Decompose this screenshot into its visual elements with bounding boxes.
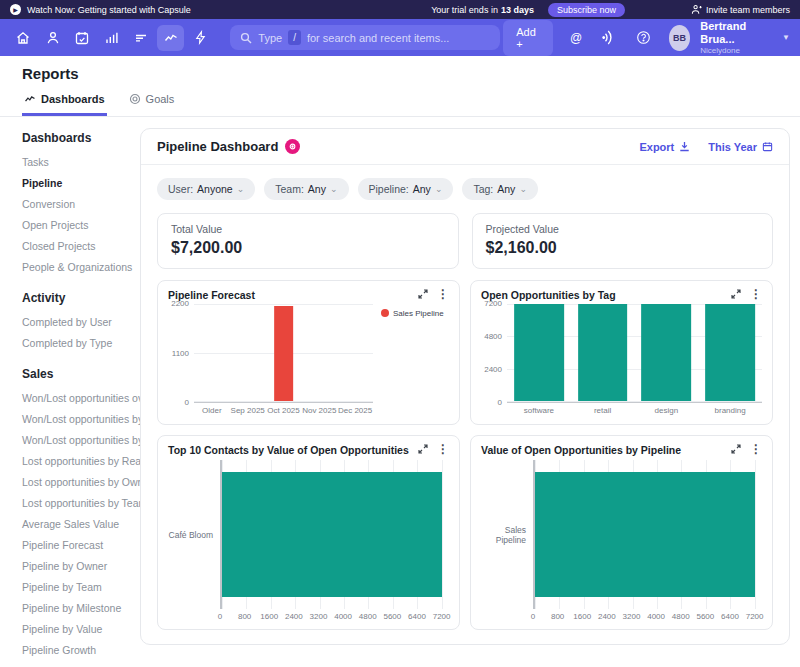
main-navbar: Type / for search and recent items... Ad… bbox=[0, 19, 800, 56]
sidebar-item[interactable]: Lost opportunities by Owner bbox=[22, 471, 134, 492]
period-selector[interactable]: This Year bbox=[708, 141, 773, 153]
help-icon bbox=[636, 30, 651, 45]
sidebar-item[interactable]: Average Time to Won bbox=[22, 660, 134, 667]
tab-dashboards[interactable]: Dashboards bbox=[22, 91, 107, 116]
search-prefix: Type bbox=[258, 32, 282, 44]
sidebar-item[interactable]: Won/Lost opportunities over Time bbox=[22, 387, 134, 408]
person-icon bbox=[45, 30, 61, 46]
nav-sales-pipeline[interactable] bbox=[98, 25, 124, 51]
filter-bar: User:Anyone⌄Team:Any⌄Pipeline:Any⌄Tag:An… bbox=[141, 165, 789, 211]
sidebar-item[interactable]: Pipeline Growth bbox=[22, 639, 134, 660]
user-menu[interactable]: Bertrand Brua... Nicelydone bbox=[700, 20, 769, 54]
expand-icon[interactable] bbox=[418, 289, 428, 299]
chart-value-by-pipeline: Value of Open Opportunities by Pipeline … bbox=[470, 435, 773, 630]
kebab-menu-icon[interactable]: ⋮ bbox=[750, 444, 762, 454]
bar[interactable] bbox=[578, 304, 628, 401]
sidebar: DashboardsTasksPipelineConversionOpen Pr… bbox=[0, 117, 140, 667]
search-input[interactable]: Type / for search and recent items... bbox=[230, 25, 500, 50]
avatar[interactable]: BB bbox=[669, 25, 691, 51]
dashboard-camera-icon[interactable] bbox=[285, 139, 300, 154]
search-icon bbox=[240, 32, 252, 44]
chart-top-contacts: Top 10 Contacts by Value of Open Opportu… bbox=[157, 435, 460, 630]
sidebar-item[interactable]: Won/Lost opportunities by Owner bbox=[22, 408, 134, 429]
sidebar-item[interactable]: Pipeline by Team bbox=[22, 576, 134, 597]
mentions-button[interactable]: @ bbox=[565, 25, 587, 51]
sidebar-item[interactable]: Lost opportunities by Team bbox=[22, 492, 134, 513]
slash-key-hint: / bbox=[288, 30, 301, 45]
chevron-down-icon: ⌄ bbox=[519, 184, 527, 194]
sidebar-item[interactable]: Average Sales Value bbox=[22, 513, 134, 534]
play-icon: ▶ bbox=[10, 4, 21, 15]
kebab-menu-icon[interactable]: ⋮ bbox=[750, 289, 762, 299]
nav-home[interactable] bbox=[10, 25, 36, 51]
feed-button[interactable] bbox=[599, 25, 621, 51]
filter-pill[interactable]: Pipeline:Any⌄ bbox=[358, 178, 454, 200]
sidebar-section-title: Dashboards bbox=[22, 131, 134, 145]
sidebar-item[interactable]: Lost opportunities by Reason bbox=[22, 450, 134, 471]
user-org: Nicelydone bbox=[700, 46, 769, 55]
expand-icon[interactable] bbox=[418, 444, 428, 454]
expand-icon[interactable] bbox=[731, 289, 741, 299]
dashboard-header: Pipeline Dashboard Export This Year bbox=[141, 129, 789, 165]
bar[interactable] bbox=[274, 306, 294, 401]
top-contacts-plot: Café Bloom080016002400320040004800560064… bbox=[168, 460, 449, 622]
export-button[interactable]: Export bbox=[639, 141, 690, 153]
trial-banner: ▶ Watch Now: Getting started with Capsul… bbox=[0, 0, 800, 19]
sidebar-item[interactable]: Won/Lost opportunities by Team bbox=[22, 429, 134, 450]
calendar-check-icon bbox=[74, 30, 90, 46]
sidebar-item[interactable]: Closed Projects bbox=[22, 235, 134, 256]
at-icon: @ bbox=[570, 31, 582, 45]
sidebar-item[interactable]: Tasks bbox=[22, 151, 134, 172]
filter-pill[interactable]: Tag:Any⌄ bbox=[462, 178, 538, 200]
broadcast-icon bbox=[600, 28, 618, 46]
nav-reports[interactable] bbox=[157, 25, 183, 51]
bar[interactable] bbox=[535, 472, 755, 597]
value-by-pipeline-plot: Sales Pipeline08001600240032004000480056… bbox=[481, 460, 762, 622]
chevron-down-icon: ⌄ bbox=[435, 184, 443, 194]
nav-workflows[interactable] bbox=[187, 25, 213, 51]
sidebar-item[interactable]: Pipeline by Value bbox=[22, 618, 134, 639]
sidebar-item[interactable]: Completed by User bbox=[22, 311, 134, 332]
expand-icon[interactable] bbox=[731, 444, 741, 454]
calendar-icon bbox=[762, 141, 773, 152]
chart-title: Top 10 Contacts by Value of Open Opportu… bbox=[168, 444, 409, 456]
invite-team-button[interactable]: Invite team members bbox=[691, 4, 790, 15]
filter-pill[interactable]: User:Anyone⌄ bbox=[157, 178, 255, 200]
add-button[interactable]: Add + bbox=[503, 20, 553, 56]
sidebar-section-title: Sales bbox=[22, 367, 134, 381]
projected-value-card: Projected Value $2,160.00 bbox=[472, 213, 774, 269]
nav-projects[interactable] bbox=[128, 25, 154, 51]
kebab-menu-icon[interactable]: ⋮ bbox=[437, 444, 449, 454]
sidebar-item[interactable]: Conversion bbox=[22, 193, 134, 214]
sidebar-item[interactable]: Pipeline by Owner bbox=[22, 555, 134, 576]
chevron-down-icon: ⌄ bbox=[237, 184, 245, 194]
bar[interactable] bbox=[705, 304, 755, 401]
sidebar-item[interactable]: Pipeline Forecast bbox=[22, 534, 134, 555]
pipeline-forecast-plot: 011002200Sales PipelineOlderSep 2025Oct … bbox=[168, 304, 449, 416]
nav-people[interactable] bbox=[39, 25, 65, 51]
download-icon bbox=[679, 141, 690, 152]
watch-now-link[interactable]: Watch Now: Getting started with Capsule bbox=[27, 5, 191, 15]
bar[interactable] bbox=[642, 304, 692, 401]
open-opps-by-tag-plot: 0240048007200softwareretaildesignbrandin… bbox=[481, 304, 762, 416]
sidebar-item[interactable]: People & Organizations bbox=[22, 256, 134, 277]
filter-pill[interactable]: Team:Any⌄ bbox=[264, 178, 348, 200]
nav-tasks[interactable] bbox=[69, 25, 95, 51]
charts-grid: Pipeline Forecast ⋮ 011002200Sales Pipel… bbox=[141, 280, 789, 644]
user-menu-caret-icon[interactable]: ▼ bbox=[782, 33, 790, 42]
tab-goals[interactable]: Goals bbox=[127, 91, 177, 116]
sidebar-item[interactable]: Pipeline by Milestone bbox=[22, 597, 134, 618]
bar[interactable] bbox=[222, 472, 442, 597]
trend-line-icon bbox=[163, 30, 179, 46]
dashboards-tab-icon bbox=[24, 93, 36, 105]
sidebar-item[interactable]: Open Projects bbox=[22, 214, 134, 235]
user-name: Bertrand Brua... bbox=[700, 20, 769, 45]
help-button[interactable] bbox=[632, 25, 654, 51]
bar[interactable] bbox=[514, 304, 564, 401]
kebab-menu-icon[interactable]: ⋮ bbox=[437, 289, 449, 299]
report-tabs: Dashboards Goals bbox=[0, 91, 800, 117]
sidebar-item[interactable]: Pipeline bbox=[22, 172, 134, 193]
bar-chart-icon bbox=[104, 30, 120, 46]
subscribe-button[interactable]: Subscribe now bbox=[548, 3, 625, 17]
sidebar-item[interactable]: Completed by Type bbox=[22, 332, 134, 353]
